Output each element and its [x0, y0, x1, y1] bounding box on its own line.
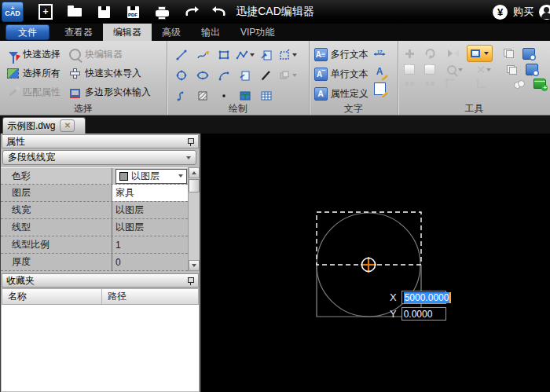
tab-close-button[interactable]: ✕ — [60, 119, 75, 132]
chevron-down-icon — [178, 174, 183, 178]
erase-tool[interactable] — [473, 63, 495, 76]
property-type-selector[interactable]: 多段线线宽 — [2, 150, 196, 165]
table-row-color[interactable]: 色彩 以图层 — [1, 167, 188, 185]
text-scale-button[interactable]: 17 — [373, 47, 387, 60]
arc-tool[interactable] — [213, 65, 234, 86]
arrow-down-icon — [192, 264, 196, 267]
properties-scrollbar[interactable] — [188, 167, 200, 271]
align-tool[interactable] — [424, 77, 437, 90]
scroll-down-button[interactable] — [189, 260, 200, 271]
table-row-thickness[interactable]: 厚度 0 — [1, 254, 188, 271]
pin-icon[interactable] — [187, 137, 194, 146]
group-dropdown-icon[interactable] — [292, 74, 297, 77]
table-row-layer[interactable]: 图层 家具 — [1, 185, 188, 202]
update-block-tool[interactable] — [522, 47, 536, 60]
open-folder-icon — [68, 8, 82, 16]
single-text-button[interactable]: A‾ 单行文本 — [314, 66, 368, 82]
pen-tool[interactable] — [255, 65, 277, 86]
edit-attribute-button[interactable] — [373, 82, 387, 95]
update-attribute-tool[interactable] — [526, 63, 539, 76]
coordinate-y-input[interactable]: 0.0000 — [402, 307, 446, 321]
user-account-icon[interactable] — [539, 5, 550, 20]
quick-select-button[interactable]: 快速选择 — [6, 46, 60, 63]
edit-text-icon: A — [376, 66, 383, 77]
paste-tool[interactable] — [403, 63, 416, 76]
favorites-column-headers: 名称 路径 — [2, 288, 199, 305]
menu-advanced[interactable]: 高级 — [152, 24, 191, 41]
line-tool[interactable] — [170, 45, 192, 65]
buy-button[interactable]: 购买 — [513, 5, 534, 19]
favorites-col-name[interactable]: 名称 — [2, 289, 102, 304]
edit-text-button[interactable]: A — [373, 64, 387, 78]
table-row-linetype-scale[interactable]: 线型比例 1 — [1, 236, 188, 254]
properties-panel-header: 属性 — [2, 134, 199, 148]
move-block-tool[interactable] — [255, 45, 277, 65]
mirror-tool[interactable] — [444, 47, 457, 60]
drawing-canvas[interactable]: X 5000.0000 Y 0.0000 — [201, 134, 550, 392]
move-tool[interactable] — [403, 47, 416, 60]
boundary-dropdown-icon[interactable] — [292, 53, 297, 57]
menu-file[interactable]: 文件 — [6, 24, 50, 40]
rectangle-tool[interactable] — [213, 45, 234, 65]
polyline-icon — [236, 49, 248, 61]
save-as-pdf-button[interactable]: PDF — [124, 3, 141, 20]
display-mode-button[interactable] — [467, 45, 493, 62]
sketch-tool[interactable] — [192, 45, 213, 65]
ribbon: 快速选择 选择所有 匹配属性 块编辑器 快速实体导入 — [0, 41, 550, 115]
display-mode-dropdown-icon[interactable] — [484, 52, 489, 55]
new-file-button[interactable]: + — [37, 3, 54, 20]
scrollbar-thumb[interactable] — [189, 179, 200, 192]
distribute-tool[interactable] — [403, 77, 416, 90]
open-file-button[interactable] — [66, 3, 83, 20]
block-editor-button[interactable]: 块编辑器 — [68, 46, 151, 63]
ellipse-tool[interactable] — [192, 65, 213, 86]
duplicate-tool[interactable] — [505, 63, 519, 76]
undo-button[interactable] — [182, 3, 200, 20]
table-row-lineweight[interactable]: 线宽 以图层 — [1, 202, 188, 219]
align-icon — [426, 82, 434, 86]
quick-entity-import-button[interactable]: 快速实体导入 — [68, 65, 151, 82]
menu-viewer[interactable]: 查看器 — [54, 24, 103, 41]
polyline-tool[interactable] — [234, 45, 255, 65]
save-button[interactable] — [95, 3, 112, 20]
favorites-list-empty[interactable] — [2, 305, 199, 391]
paste-block-tool[interactable] — [424, 63, 437, 76]
copy-tool[interactable] — [502, 47, 515, 60]
menu-editor[interactable]: 编辑器 — [103, 24, 152, 41]
select-all-button[interactable]: 选择所有 — [6, 65, 60, 82]
table-row-linetype[interactable]: 线型 以图层 — [1, 219, 188, 236]
fillet-tool[interactable] — [444, 77, 457, 90]
ole-object-tool[interactable] — [234, 65, 255, 86]
polyline-dropdown-icon[interactable] — [250, 53, 255, 57]
boundary-tool[interactable] — [277, 45, 298, 65]
add-to-library-tool[interactable] — [534, 77, 547, 90]
coordinate-x-input[interactable]: 5000.0000 — [402, 291, 446, 304]
rotate-tool[interactable] — [424, 47, 437, 60]
currency-icon[interactable]: ¥ — [493, 5, 508, 20]
chamfer-tool[interactable] — [475, 77, 489, 90]
move-block-icon — [260, 49, 273, 61]
pin-icon[interactable] — [187, 277, 194, 285]
update-attribute-icon — [526, 64, 538, 75]
mtext-button[interactable]: A≡ 多行文本 — [314, 46, 368, 63]
document-tab[interactable]: 示例图.dwg ✕ — [2, 117, 86, 134]
chamfer-icon — [477, 79, 486, 88]
redo-button[interactable] — [211, 3, 229, 20]
circle-tool[interactable] — [170, 65, 192, 86]
group-icon — [278, 69, 291, 82]
favorites-col-path[interactable]: 路径 — [102, 289, 198, 304]
polygon-entity-input-button[interactable]: 多边形实体输入 — [68, 84, 151, 101]
group-tool[interactable] — [277, 65, 298, 86]
paste-block-icon — [424, 64, 435, 75]
attribute-define-button[interactable]: A 属性定义 — [314, 86, 368, 102]
print-button[interactable] — [153, 3, 170, 20]
menu-output[interactable]: 输出 — [191, 24, 230, 41]
coordinate-y-label: Y — [390, 308, 397, 320]
scroll-up-button[interactable] — [189, 167, 200, 178]
coordinate-x-row: X 5000.0000 — [390, 291, 446, 304]
zoom-entity-tool[interactable] — [444, 63, 466, 76]
color-dropdown[interactable]: 以图层 — [116, 169, 187, 184]
match-properties-button[interactable]: 匹配属性 — [6, 84, 60, 101]
menu-vip[interactable]: VIP功能 — [230, 24, 284, 41]
circles-tool[interactable] — [513, 77, 526, 90]
